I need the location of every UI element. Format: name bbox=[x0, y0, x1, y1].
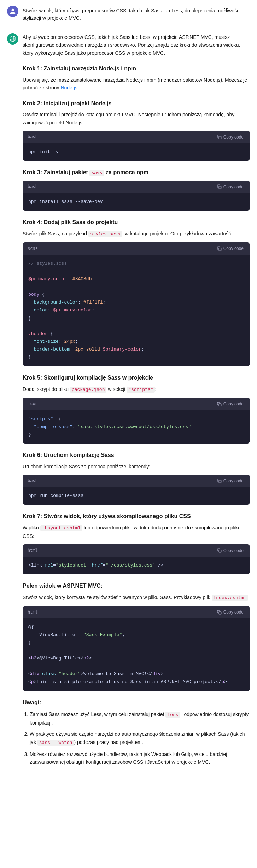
step-3-heading: Krok 3: Zainstaluj pakiet sass za pomocą… bbox=[23, 168, 250, 177]
svg-rect-5 bbox=[219, 550, 221, 552]
step-1-heading: Krok 1: Zainstaluj narzędzia Node.js i n… bbox=[23, 64, 250, 73]
copy-button-scss[interactable]: Copy code bbox=[216, 245, 245, 252]
code-body-npm-sass: npm install sass --save-dev bbox=[23, 193, 250, 211]
code-header-json: json Copy code bbox=[23, 398, 250, 410]
step-6-heading: Krok 6: Uruchom kompilację Sass bbox=[23, 451, 250, 460]
code-body-npm-init: npm init -y bbox=[23, 143, 250, 161]
step-1-text: Upewnij się, że masz zainstalowane narzę… bbox=[23, 76, 250, 92]
code-block-json: json Copy code "scripts": { "compile-sas… bbox=[23, 398, 250, 443]
code-header-scss: scss Copy code bbox=[23, 242, 250, 255]
code-header: bash Copy code bbox=[23, 131, 250, 143]
step-6-text: Uruchom kompilację Sass za pomocą poniżs… bbox=[23, 463, 250, 470]
copy-button-link[interactable]: Copy code bbox=[216, 547, 245, 554]
svg-rect-2 bbox=[219, 248, 221, 251]
code-lang-html1: html bbox=[28, 547, 38, 554]
notes-heading: Uwagi: bbox=[23, 698, 250, 707]
code-block-link: html Copy code <link rel="stylesheet" hr… bbox=[23, 544, 250, 574]
ai-content: Aby używać preprocesorów CSS, takich jak… bbox=[23, 33, 250, 769]
step-2-text: Otwórz terminal i przejdź do katalogu pr… bbox=[23, 111, 250, 127]
svg-rect-6 bbox=[219, 612, 221, 614]
step-2-heading: Krok 2: Inicjalizuj projekt Node.js bbox=[23, 99, 250, 108]
full-view-heading: Pełen widok w ASP.NET MVC: bbox=[23, 581, 250, 591]
step-5-heading: Krok 5: Skonfiguruj kompilację Sass w pr… bbox=[23, 373, 250, 382]
code-lang-json: json bbox=[28, 400, 38, 407]
user-message-text: Stwórz widok, który używa preprocesorów … bbox=[23, 6, 250, 22]
ai-intro: Aby używać preprocesorów CSS, takich jak… bbox=[23, 33, 250, 57]
code-block-scss: scss Copy code // styles.scss $primary-c… bbox=[23, 242, 250, 366]
code-lang-bash1: bash bbox=[28, 134, 38, 140]
svg-rect-1 bbox=[219, 186, 221, 189]
note-item-2: W praktyce używa się często narzędzi do … bbox=[30, 730, 250, 746]
step-7-text: W pliku _Layout.cshtml lub odpowiednim p… bbox=[23, 524, 250, 540]
note-item-3: Możesz również rozważyć użycie bundlerów… bbox=[30, 750, 250, 766]
ai-avatar bbox=[7, 33, 18, 45]
user-avatar bbox=[7, 6, 18, 17]
code-header-run-sass: bash Copy code bbox=[23, 475, 250, 487]
code-body-scss: // styles.scss $primary-color: #3408db; … bbox=[23, 255, 250, 366]
full-view-text: Stwórz widok, który korzysta ze stylów z… bbox=[23, 593, 250, 602]
copy-button-full-view[interactable]: Copy code bbox=[216, 609, 245, 615]
user-message: Stwórz widok, który używa preprocesorów … bbox=[0, 0, 257, 28]
copy-button-npm-init[interactable]: Copy code bbox=[216, 134, 245, 140]
step-4-text: Stwórz plik Sass, na przykład styles.scs… bbox=[23, 230, 250, 238]
code-lang-bash3: bash bbox=[28, 477, 38, 484]
step-4-heading: Krok 4: Dodaj plik Sass do projektu bbox=[23, 218, 250, 227]
notes-list: Zamiast Sass możesz użyć Less, w tym cel… bbox=[23, 710, 250, 766]
code-header-full-view: html Copy code bbox=[23, 606, 250, 618]
code-header-link: html Copy code bbox=[23, 544, 250, 557]
code-lang-html2: html bbox=[28, 609, 38, 616]
ai-message: Aby używać preprocesorów CSS, takich jak… bbox=[0, 28, 257, 775]
code-body-link: <link rel="stylesheet" href="~/css/style… bbox=[23, 557, 250, 574]
code-block-npm-init: bash Copy code npm init -y bbox=[23, 131, 250, 161]
nodejs-link[interactable]: Node.js bbox=[60, 85, 77, 90]
svg-rect-4 bbox=[219, 480, 221, 483]
copy-button-run-sass[interactable]: Copy code bbox=[216, 478, 245, 484]
code-lang-scss: scss bbox=[28, 245, 38, 252]
code-body-run-sass: npm run compile-sass bbox=[23, 487, 250, 505]
svg-rect-3 bbox=[219, 403, 221, 406]
code-block-full-view: html Copy code @{ ViewBag.Title = "Sass … bbox=[23, 606, 250, 691]
copy-button-json[interactable]: Copy code bbox=[216, 401, 245, 407]
code-body-json: "scripts": { "compile-sass": "sass style… bbox=[23, 410, 250, 444]
step-5-text: Dodaj skrypt do pliku package.json w sek… bbox=[23, 385, 250, 394]
code-lang-bash2: bash bbox=[28, 183, 38, 190]
code-header-sass: bash Copy code bbox=[23, 181, 250, 193]
step-7-heading: Krok 7: Stwórz widok, który używa skompi… bbox=[23, 512, 250, 521]
code-block-npm-sass: bash Copy code npm install sass --save-d… bbox=[23, 181, 250, 211]
chat-container: Stwórz widok, który używa preprocesorów … bbox=[0, 0, 257, 775]
code-block-run-sass: bash Copy code npm run compile-sass bbox=[23, 475, 250, 505]
svg-rect-0 bbox=[219, 136, 221, 139]
code-body-full-view: @{ ViewBag.Title = "Sass Example"; } <h2… bbox=[23, 618, 250, 691]
note-item-1: Zamiast Sass możesz użyć Less, w tym cel… bbox=[30, 710, 250, 727]
copy-button-npm-sass[interactable]: Copy code bbox=[216, 184, 245, 190]
